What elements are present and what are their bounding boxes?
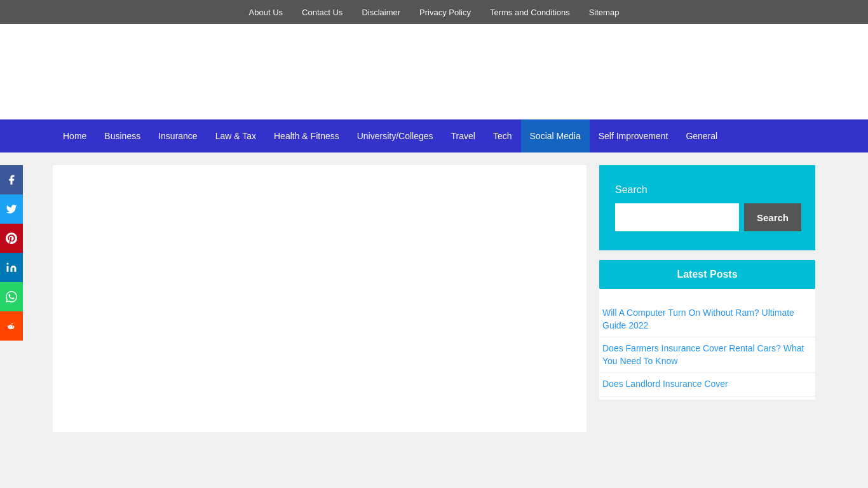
sidebar: Search Search Latest Posts Will A Comput… — [599, 165, 815, 432]
nav-health-fitness[interactable]: Health & Fitness — [265, 119, 348, 152]
latest-post-link-3[interactable]: Does Landlord Insurance Cover — [602, 379, 728, 389]
search-input[interactable] — [615, 203, 739, 231]
about-us-link[interactable]: About Us — [249, 8, 283, 17]
disclaimer-link[interactable]: Disclaimer — [362, 8, 400, 17]
nav-self-improvement[interactable]: Self Improvement — [590, 119, 677, 152]
latest-posts-box: Latest Posts Will A Computer Turn On Wit… — [599, 260, 815, 400]
search-row: Search — [615, 203, 799, 231]
terms-conditions-link[interactable]: Terms and Conditions — [490, 8, 570, 17]
latest-post-link-2[interactable]: Does Farmers Insurance Cover Rental Cars… — [602, 343, 804, 366]
search-label: Search — [615, 184, 799, 196]
list-item: Does Farmers Insurance Cover Rental Cars… — [599, 337, 815, 373]
pinterest-share-button[interactable] — [0, 224, 23, 253]
search-button[interactable]: Search — [744, 203, 801, 231]
nav-insurance[interactable]: Insurance — [149, 119, 206, 152]
contact-us-link[interactable]: Contact Us — [302, 8, 342, 17]
nav-travel[interactable]: Travel — [442, 119, 484, 152]
whatsapp-share-button[interactable] — [0, 282, 23, 311]
latest-posts-header: Latest Posts — [599, 260, 815, 289]
nav-home[interactable]: Home — [54, 119, 95, 152]
reddit-share-button[interactable] — [0, 311, 23, 341]
ad-banner — [0, 24, 868, 119]
search-box: Search Search — [599, 165, 815, 250]
sitemap-link[interactable]: Sitemap — [589, 8, 620, 17]
latest-post-link-1[interactable]: Will A Computer Turn On Without Ram? Ult… — [602, 308, 794, 330]
main-content — [53, 165, 587, 432]
list-item: Will A Computer Turn On Without Ram? Ult… — [599, 302, 815, 337]
nav-business[interactable]: Business — [95, 119, 149, 152]
list-item: Does Landlord Insurance Cover — [599, 373, 815, 396]
nav-general[interactable]: General — [677, 119, 726, 152]
twitter-share-button[interactable] — [0, 194, 23, 224]
latest-posts-list: Will A Computer Turn On Without Ram? Ult… — [599, 299, 815, 400]
nav-law-tax[interactable]: Law & Tax — [207, 119, 265, 152]
linkedin-share-button[interactable] — [0, 253, 23, 282]
top-bar: About Us Contact Us Disclaimer Privacy P… — [0, 0, 868, 24]
nav-university[interactable]: University/Colleges — [348, 119, 442, 152]
social-sidebar — [0, 165, 23, 341]
nav-social-media[interactable]: Social Media — [521, 119, 590, 152]
page-wrapper: Search Search Latest Posts Will A Comput… — [53, 152, 815, 445]
privacy-policy-link[interactable]: Privacy Policy — [419, 8, 471, 17]
facebook-share-button[interactable] — [0, 165, 23, 194]
svg-point-0 — [7, 263, 9, 265]
main-nav: Home Business Insurance Law & Tax Health… — [0, 119, 868, 152]
nav-tech[interactable]: Tech — [484, 119, 521, 152]
